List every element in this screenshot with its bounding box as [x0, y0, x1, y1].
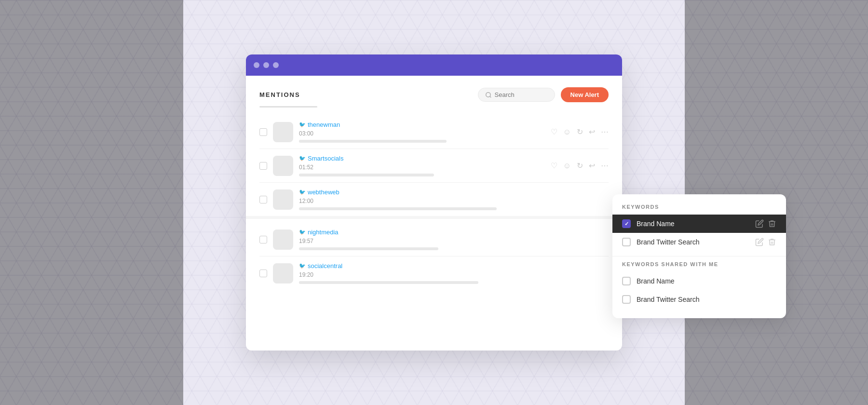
mention-checkbox-2[interactable]: [259, 162, 267, 170]
mention-avatar-1: [273, 122, 293, 142]
mention-info-5: 🐦 socialcentral 19:20: [299, 262, 609, 284]
mention-item: 🐦 Smartsocials 01:52 ♡ ☺ ↻ ↩ ⋯: [259, 149, 609, 183]
mention-time-5: 19:20: [299, 271, 609, 278]
delete-icon-1[interactable]: [768, 219, 776, 228]
list-separator: [246, 216, 622, 219]
mention-actions-1: ♡ ☺ ↻ ↩ ⋯: [551, 127, 609, 136]
mention-text-bar-1: [299, 140, 447, 143]
edit-icon-1[interactable]: [755, 219, 764, 228]
page-title: MENTIONS: [259, 91, 300, 98]
header-actions: New Alert: [478, 87, 609, 102]
title-bar: [246, 54, 622, 76]
edit-icon-2[interactable]: [755, 238, 764, 246]
twitter-icon-3: 🐦: [299, 189, 306, 195]
keywords-shared-title: KEYWORDS SHARED WITH ME: [612, 261, 786, 267]
keyword-item-brand-name[interactable]: ✓ Brand Name: [612, 215, 786, 233]
mention-checkbox-4[interactable]: [259, 236, 267, 243]
mention-checkbox-5[interactable]: [259, 270, 267, 277]
keyword-label-shared-1: Brand Name: [637, 277, 776, 285]
keyword-label-shared-2: Brand Twitter Search: [637, 296, 776, 303]
mention-item: 🐦 nightmedia 19:57: [259, 223, 609, 256]
search-box[interactable]: [478, 88, 555, 102]
keyword-item-actions-2: [755, 238, 776, 246]
reply-icon-1[interactable]: ↩: [589, 127, 595, 136]
mention-username-4: 🐦 nightmedia: [299, 229, 609, 236]
keyword-checkbox-2[interactable]: [622, 238, 631, 246]
twitter-icon-2: 🐦: [299, 155, 306, 162]
app-body: MENTIONS New Alert: [246, 76, 622, 351]
retweet-icon-2[interactable]: ↻: [577, 161, 583, 170]
mention-text-bar-5: [299, 281, 478, 284]
mention-username-2: 🐦 Smartsocials: [299, 155, 545, 162]
mention-checkbox-3[interactable]: [259, 196, 267, 203]
mention-avatar-4: [273, 230, 293, 250]
keyword-checkbox-shared-1[interactable]: [622, 277, 631, 285]
retweet-icon-1[interactable]: ↻: [577, 127, 583, 136]
mention-text-bar-4: [299, 247, 438, 250]
traffic-dot-2: [263, 62, 269, 68]
mention-username-1: 🐦 thenewman: [299, 121, 545, 128]
mention-avatar-2: [273, 156, 293, 176]
mention-list: 🐦 thenewman 03:00 ♡ ☺ ↻ ↩ ⋯: [259, 115, 609, 216]
keyword-item-brand-twitter[interactable]: Brand Twitter Search: [612, 233, 786, 251]
search-input[interactable]: [495, 91, 548, 98]
mention-info-3: 🐦 webtheweb 12:00: [299, 189, 603, 210]
like-icon-1[interactable]: ♡: [551, 127, 557, 136]
traffic-dot-1: [254, 62, 259, 68]
new-alert-button[interactable]: New Alert: [561, 87, 609, 102]
keyword-item-shared-1[interactable]: Brand Name: [612, 272, 786, 290]
reply-icon-2[interactable]: ↩: [589, 161, 595, 170]
mention-item: 🐦 thenewman 03:00 ♡ ☺ ↻ ↩ ⋯: [259, 115, 609, 149]
svg-point-0: [486, 92, 490, 96]
mention-list-2: 🐦 nightmedia 19:57 🐦 socialcentra: [259, 223, 609, 290]
mention-avatar-5: [273, 263, 293, 284]
title-underline: [259, 106, 317, 108]
mention-info-1: 🐦 thenewman 03:00: [299, 121, 545, 143]
mention-info-2: 🐦 Smartsocials 01:52: [299, 155, 545, 176]
keyword-item-actions-1: [755, 219, 776, 228]
like-icon-2[interactable]: ♡: [551, 161, 557, 170]
mention-text-bar-2: [299, 174, 434, 176]
traffic-dot-3: [273, 62, 279, 68]
app-header: MENTIONS New Alert: [259, 87, 609, 102]
mention-username-3: 🐦 webtheweb: [299, 189, 603, 196]
mention-avatar-3: [273, 189, 293, 210]
mention-actions-2: ♡ ☺ ↻ ↩ ⋯: [551, 161, 609, 170]
mention-time-3: 12:00: [299, 198, 603, 204]
mention-username-5: 🐦 socialcentral: [299, 262, 609, 270]
svg-line-1: [489, 96, 491, 97]
delete-icon-2[interactable]: [768, 238, 776, 246]
keyword-item-shared-2[interactable]: Brand Twitter Search: [612, 290, 786, 309]
main-container: MENTIONS New Alert: [246, 54, 622, 351]
keywords-section-title: KEYWORDS: [612, 204, 786, 210]
emoji-icon-2[interactable]: ☺: [563, 162, 571, 170]
twitter-icon-1: 🐦: [299, 122, 306, 128]
app-window: MENTIONS New Alert: [246, 54, 622, 351]
mention-checkbox-1[interactable]: [259, 128, 267, 136]
keyword-checkbox-1[interactable]: ✓: [622, 219, 631, 228]
mention-time-1: 03:00: [299, 130, 545, 137]
mention-info-4: 🐦 nightmedia 19:57: [299, 229, 609, 250]
mention-time-4: 19:57: [299, 238, 609, 244]
keyword-label-2: Brand Twitter Search: [637, 238, 749, 246]
mention-item: 🐦 webtheweb 12:00: [259, 183, 609, 216]
mention-time-2: 01:52: [299, 164, 545, 171]
search-icon: [485, 92, 492, 98]
mention-item: 🐦 socialcentral 19:20: [259, 256, 609, 290]
emoji-icon-1[interactable]: ☺: [563, 128, 571, 136]
mention-text-bar-3: [299, 207, 497, 210]
keyword-checkbox-shared-2[interactable]: [622, 295, 631, 304]
keyword-label-1: Brand Name: [637, 220, 749, 228]
checkmark-1: ✓: [624, 221, 629, 227]
more-icon-1[interactable]: ⋯: [601, 127, 609, 136]
more-icon-2[interactable]: ⋯: [601, 161, 609, 170]
keywords-panel: KEYWORDS ✓ Brand Name: [612, 194, 786, 318]
keywords-divider: [612, 256, 786, 256]
twitter-icon-4: 🐦: [299, 229, 306, 235]
twitter-icon-5: 🐦: [299, 263, 306, 269]
